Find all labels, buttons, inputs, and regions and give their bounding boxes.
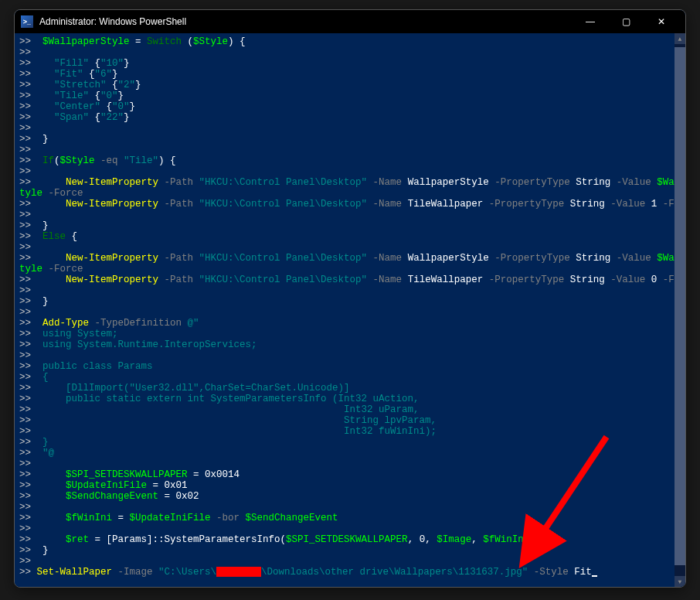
text-cursor (592, 575, 597, 577)
maximize-button[interactable]: ▢ (608, 10, 644, 33)
scroll-down-button[interactable]: ▼ (675, 576, 685, 587)
svg-line-1 (529, 437, 607, 553)
vertical-scrollbar[interactable]: ▲ ▼ (675, 33, 685, 587)
keyword-else: Else (42, 231, 66, 242)
window-title: Administrator: Windows PowerShell (39, 16, 186, 27)
window-controls: — ▢ ✕ (573, 10, 679, 33)
parameter: -Path (158, 177, 199, 188)
herestring-start: @" (188, 318, 199, 329)
variable: $WallpaperStyle (42, 36, 130, 47)
herestring-end: "@ (42, 448, 54, 459)
scrollbar-thumb[interactable] (675, 47, 685, 565)
scroll-up-button[interactable]: ▲ (675, 33, 685, 44)
titlebar[interactable]: >_ Administrator: Windows PowerShell — ▢… (15, 10, 685, 33)
keyword-if: If (42, 155, 54, 166)
cmdlet-setwallpaper: Set-WallPaper (37, 567, 113, 578)
powershell-icon: >_ (21, 15, 33, 28)
keyword: Switch (147, 36, 182, 47)
annotation-arrow (514, 429, 622, 568)
close-button[interactable]: ✕ (644, 10, 679, 33)
string-literal: "Fill" (54, 58, 89, 69)
operator: -eq (95, 155, 124, 166)
redacted-username (216, 567, 261, 577)
minimize-button[interactable]: — (573, 10, 608, 33)
image-path: "C:\Users\ (158, 567, 216, 578)
cmdlet: New-ItemProperty (66, 177, 158, 188)
continuation-prompt: >> (19, 36, 42, 47)
